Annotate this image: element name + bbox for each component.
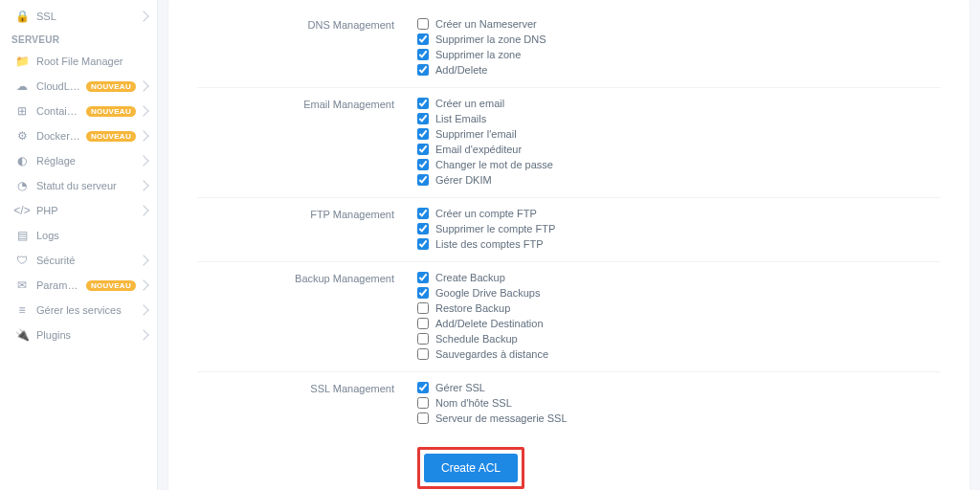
sidebar-item[interactable]: </>PHP <box>0 198 157 223</box>
sidebar-item-icon: </> <box>15 204 29 217</box>
chevron-right-icon <box>138 80 148 91</box>
sidebar: 🔒SSL SERVEUR 📁Root File Manager☁CloudLin… <box>0 0 158 490</box>
sidebar-item-icon: ✉ <box>15 278 29 292</box>
checkbox-label: Supprimer la zone DNS <box>435 33 546 45</box>
sidebar-item-icon: 🛡 <box>15 254 29 267</box>
checkbox-line[interactable]: Créer un compte FTP <box>417 208 941 219</box>
checkbox[interactable] <box>417 144 429 155</box>
checkbox[interactable] <box>417 318 429 329</box>
checkbox[interactable] <box>417 287 429 299</box>
sidebar-item[interactable]: ✉Paramètres de messagerieNOUVEAU <box>0 273 157 298</box>
checkbox-line[interactable]: Add/Delete Destination <box>417 318 941 329</box>
checkbox-label: Add/Delete <box>435 64 487 76</box>
checkbox[interactable] <box>417 18 429 30</box>
checkbox-label: Create Backup <box>435 272 505 283</box>
checkbox-line[interactable]: Schedule Backup <box>417 333 941 345</box>
checkbox-line[interactable]: Gérer SSL <box>417 382 941 393</box>
sidebar-item-label: Containerization <box>36 105 82 117</box>
sidebar-item-icon: ◔ <box>15 179 29 192</box>
checkbox[interactable] <box>417 223 429 234</box>
checkbox-line[interactable]: Supprimer l'email <box>417 128 941 140</box>
chevron-right-icon <box>138 11 148 21</box>
checkbox-line[interactable]: Créer un Nameserver <box>417 18 941 30</box>
sidebar-item-icon: 📁 <box>15 55 29 68</box>
checkbox-line[interactable]: Créer un email <box>417 98 941 109</box>
checkbox[interactable] <box>417 159 429 170</box>
checkbox[interactable] <box>417 333 429 345</box>
chevron-right-icon <box>138 155 148 166</box>
submit-highlight: Create ACL <box>417 447 524 489</box>
sidebar-item[interactable]: 🔒SSL <box>0 4 157 29</box>
form-controls: Créer un emailList EmailsSupprimer l'ema… <box>417 98 941 186</box>
checkbox[interactable] <box>417 174 429 186</box>
sidebar-item-icon: 🔒 <box>15 10 29 23</box>
checkbox-line[interactable]: Nom d'hôte SSL <box>417 397 941 409</box>
checkbox[interactable] <box>417 33 429 45</box>
checkbox[interactable] <box>417 49 429 60</box>
chevron-right-icon <box>138 180 148 190</box>
form-controls: Créer un NameserverSupprimer la zone DNS… <box>417 18 941 76</box>
checkbox-line[interactable]: List Emails <box>417 113 941 124</box>
sidebar-item-label: Sécurité <box>36 255 136 266</box>
sidebar-item[interactable]: ⚙Docker ManagerNOUVEAU <box>0 123 157 148</box>
checkbox-line[interactable]: Supprimer la zone <box>417 49 941 60</box>
badge-nouveau: NOUVEAU <box>86 106 136 117</box>
checkbox-label: Nom d'hôte SSL <box>435 397 512 409</box>
checkbox-line[interactable]: Changer le mot de passe <box>417 159 941 170</box>
sidebar-item-icon: ▤ <box>15 229 29 242</box>
checkbox-label: Add/Delete Destination <box>435 318 544 329</box>
main-content: DNS ManagementCréer un NameserverSupprim… <box>158 0 980 490</box>
badge-nouveau: NOUVEAU <box>86 131 136 142</box>
checkbox-line[interactable]: Google Drive Backups <box>417 287 941 299</box>
checkbox-line[interactable]: Supprimer la zone DNS <box>417 33 941 45</box>
form-section-label: DNS Management <box>197 18 417 76</box>
chevron-right-icon <box>138 105 148 116</box>
checkbox[interactable] <box>417 98 429 109</box>
sidebar-item[interactable]: ☁CloudLinuxNOUVEAU <box>0 74 157 99</box>
checkbox-line[interactable]: Liste des comptes FTP <box>417 238 941 250</box>
sidebar-item[interactable]: ◔Statut du serveur <box>0 173 157 198</box>
sidebar-item[interactable]: 🛡Sécurité <box>0 248 157 273</box>
sidebar-item-icon: ☁ <box>15 79 29 93</box>
sidebar-item[interactable]: 🔌Plugins <box>0 323 157 347</box>
checkbox-label: Email d'expéditeur <box>435 144 522 155</box>
sidebar-item[interactable]: ◐Réglage <box>0 148 157 173</box>
sidebar-item-label: Plugins <box>36 329 136 341</box>
checkbox-line[interactable]: Create Backup <box>417 272 941 283</box>
checkbox[interactable] <box>417 382 429 393</box>
sidebar-item[interactable]: ⊞ContainerizationNOUVEAU <box>0 99 157 123</box>
sidebar-item[interactable]: ≡Gérer les services <box>0 298 157 323</box>
form-section: Email ManagementCréer un emailList Email… <box>197 88 941 198</box>
checkbox[interactable] <box>417 272 429 283</box>
checkbox-label: List Emails <box>435 113 486 124</box>
chevron-right-icon <box>138 304 148 315</box>
checkbox-label: Sauvegardes à distance <box>435 348 548 360</box>
checkbox[interactable] <box>417 128 429 140</box>
checkbox[interactable] <box>417 397 429 409</box>
checkbox[interactable] <box>417 64 429 76</box>
form-controls: Create BackupGoogle Drive BackupsRestore… <box>417 272 941 360</box>
form-section: DNS ManagementCréer un NameserverSupprim… <box>197 9 941 88</box>
checkbox-line[interactable]: Email d'expéditeur <box>417 144 941 155</box>
form-section: FTP ManagementCréer un compte FTPSupprim… <box>197 198 941 262</box>
checkbox-line[interactable]: Add/Delete <box>417 64 941 76</box>
checkbox[interactable] <box>417 208 429 219</box>
sidebar-item[interactable]: ▤Logs <box>0 223 157 248</box>
sidebar-item-label: Réglage <box>36 155 136 167</box>
checkbox[interactable] <box>417 113 429 124</box>
checkbox-label: Google Drive Backups <box>435 287 540 299</box>
checkbox-label: Supprimer le compte FTP <box>435 223 555 234</box>
sidebar-item[interactable]: 📁Root File Manager <box>0 49 157 74</box>
checkbox[interactable] <box>417 302 429 314</box>
checkbox[interactable] <box>417 238 429 250</box>
checkbox-line[interactable]: Supprimer le compte FTP <box>417 223 941 234</box>
checkbox-line[interactable]: Serveur de messagerie SSL <box>417 412 941 424</box>
checkbox-line[interactable]: Gérer DKIM <box>417 174 941 186</box>
acl-panel: DNS ManagementCréer un NameserverSupprim… <box>167 0 970 490</box>
checkbox[interactable] <box>417 348 429 360</box>
chevron-right-icon <box>138 205 148 215</box>
checkbox[interactable] <box>417 412 429 424</box>
checkbox-line[interactable]: Sauvegardes à distance <box>417 348 941 360</box>
checkbox-line[interactable]: Restore Backup <box>417 302 941 314</box>
create-acl-button[interactable]: Create ACL <box>424 454 518 482</box>
